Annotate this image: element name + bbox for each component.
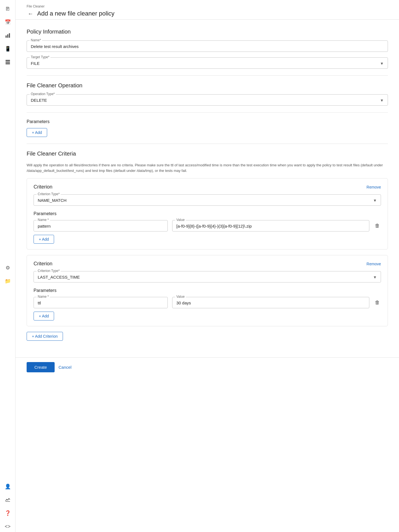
file-cleaner-criteria-title: File Cleaner Criteria — [27, 151, 388, 157]
divider-3 — [27, 144, 388, 144]
criterion-1-param-1-name-value[interactable]: pattern — [38, 224, 164, 228]
criterion-2-param-1-value-value[interactable]: 30 days — [176, 301, 365, 305]
help-icon[interactable]: ❓ — [2, 508, 13, 519]
criterion-1-param-1-name-label: Name * — [37, 218, 50, 222]
operation-type-dropdown-arrow: ▼ — [380, 98, 384, 103]
criterion-2-dropdown-arrow: ▼ — [373, 275, 377, 279]
cancel-button[interactable]: Cancel — [59, 365, 72, 370]
name-field-group: Name* Delete test result archives — [27, 40, 388, 52]
criterion-card-2: Criterion Remove Criterion Type* LAST_AC… — [27, 255, 388, 326]
settings-icon[interactable]: ⚙ — [2, 262, 13, 273]
criterion-2-params-title: Parameters — [34, 288, 381, 293]
page-header: File Cleaner ← Add a new file cleaner po… — [16, 0, 399, 20]
criterion-1-title: Criterion — [34, 184, 52, 190]
folder-icon[interactable]: 📁 — [2, 276, 13, 287]
sidebar: 🖹 📅 📱 ⚙ 📁 👤 ❓ <> — [0, 0, 16, 532]
svg-rect-1 — [7, 34, 8, 38]
criterion-2-param-1-name-field: Name * ttl — [34, 297, 168, 308]
criterion-2-type-value: LAST_ACCESS_TIME — [38, 275, 80, 279]
remove-criterion-1-button[interactable]: Remove — [367, 185, 381, 189]
chart-icon[interactable] — [2, 30, 13, 41]
target-type-label: Target Type* — [30, 55, 50, 59]
criterion-2-title: Criterion — [34, 261, 52, 267]
add-criterion-row: + Add Criterion — [27, 332, 388, 341]
layers-icon[interactable] — [2, 57, 13, 68]
bottom-actions: Create Cancel — [16, 357, 399, 377]
person-icon[interactable]: 👤 — [2, 481, 13, 492]
content-area: Policy Information Name* Delete test res… — [16, 20, 399, 355]
criterion-2-type-field-group: Criterion Type* LAST_ACCESS_TIME ▼ — [34, 271, 381, 282]
document-icon[interactable]: 🖹 — [2, 3, 13, 14]
operation-type-value: DELETE — [31, 98, 47, 103]
add-criterion-1-param-button[interactable]: + Add — [34, 235, 54, 244]
remove-criterion-2-button[interactable]: Remove — [367, 262, 381, 266]
criterion-2-type-field[interactable]: Criterion Type* LAST_ACCESS_TIME ▼ — [34, 271, 381, 282]
add-criterion-2-param-button[interactable]: + Add — [34, 312, 54, 320]
svg-rect-4 — [6, 62, 10, 63]
operation-type-field-group: Operation Type* DELETE ▼ — [27, 94, 388, 106]
delete-criterion-2-param-1-button[interactable]: 🗑 — [374, 299, 381, 307]
criterion-2-header: Criterion Remove — [34, 261, 381, 267]
target-type-field[interactable]: Target Type* FILE ▼ — [27, 57, 388, 69]
criterion-1-type-label: Criterion Type* — [37, 192, 61, 196]
parameters-top-section: Parameters + Add — [27, 119, 388, 137]
add-criterion-button[interactable]: + Add Criterion — [27, 332, 63, 341]
calendar-icon[interactable]: 📅 — [2, 17, 13, 28]
divider-2 — [27, 112, 388, 113]
name-label: Name* — [30, 38, 42, 42]
policy-information-section: Policy Information Name* Delete test res… — [27, 29, 388, 69]
operation-type-field[interactable]: Operation Type* DELETE ▼ — [27, 94, 388, 106]
svg-rect-2 — [9, 33, 10, 38]
file-cleaner-operation-title: File Cleaner Operation — [27, 82, 388, 89]
parameters-top-title: Parameters — [27, 119, 388, 124]
breadcrumb: File Cleaner — [27, 4, 388, 8]
criterion-2-param-1-name-value[interactable]: ttl — [38, 301, 164, 305]
operation-type-label: Operation Type* — [30, 92, 56, 96]
delete-criterion-1-param-1-button[interactable]: 🗑 — [374, 222, 381, 230]
divider-1 — [27, 75, 388, 76]
criterion-1-param-1-value-label: Value — [175, 218, 186, 222]
criterion-1-param-1-value-field: Value [a-f0-9]{8}-([a-f0-9]{4}-){3}[a-f0… — [172, 220, 369, 231]
policy-information-title: Policy Information — [27, 29, 388, 35]
criterion-2-param-1-value-label: Value — [175, 295, 186, 299]
file-cleaner-operation-section: File Cleaner Operation Operation Type* D… — [27, 82, 388, 106]
criterion-2-type-label: Criterion Type* — [37, 269, 61, 273]
criterion-1-type-field[interactable]: Criterion Type* NAME_MATCH ▼ — [34, 194, 381, 206]
main-content: File Cleaner ← Add a new file cleaner po… — [16, 0, 399, 532]
criterion-2-param-1-name-label: Name * — [37, 295, 50, 299]
criterion-1-param-row-1: Name * pattern Value [a-f0-9]{8}-([a-f0-… — [34, 220, 381, 231]
svg-rect-3 — [6, 60, 10, 61]
back-button[interactable]: ← — [27, 10, 34, 17]
svg-rect-5 — [6, 63, 10, 64]
criterion-1-dropdown-arrow: ▼ — [373, 198, 377, 203]
criterion-1-header: Criterion Remove — [34, 184, 381, 190]
criterion-1-param-1-value-value[interactable]: [a-f0-9]{8}-([a-f0-9]{4}-){3}[a-f0-9]{12… — [176, 224, 365, 228]
file-cleaner-criteria-section: File Cleaner Criteria Will apply the ope… — [27, 151, 388, 341]
criteria-notice: Will apply the operation to all files/di… — [27, 162, 388, 173]
page-title: Add a new file cleaner policy — [37, 10, 115, 17]
criterion-1-type-value: NAME_MATCH — [38, 198, 67, 203]
code-icon[interactable]: <> — [2, 521, 13, 532]
criterion-card-1: Criterion Remove Criterion Type* NAME_MA… — [27, 178, 388, 250]
target-type-dropdown-arrow: ▼ — [380, 61, 384, 66]
add-parameter-top-button[interactable]: + Add — [27, 128, 47, 137]
criterion-2-param-1-value-field: Value 30 days — [172, 297, 369, 308]
create-button[interactable]: Create — [27, 362, 55, 372]
dashboard-icon[interactable] — [2, 494, 13, 505]
criterion-2-param-row-1: Name * ttl Value 30 days 🗑 — [34, 297, 381, 308]
target-type-value: FILE — [31, 61, 40, 66]
criterion-1-type-field-group: Criterion Type* NAME_MATCH ▼ — [34, 194, 381, 206]
criterion-1-params-title: Parameters — [34, 211, 381, 216]
criterion-1-param-1-name-field: Name * pattern — [34, 220, 168, 231]
target-type-field-group: Target Type* FILE ▼ — [27, 57, 388, 69]
name-field: Name* Delete test result archives — [27, 40, 388, 52]
phone-icon[interactable]: 📱 — [2, 43, 13, 54]
name-value[interactable]: Delete test result archives — [31, 44, 384, 49]
svg-rect-0 — [6, 35, 7, 38]
